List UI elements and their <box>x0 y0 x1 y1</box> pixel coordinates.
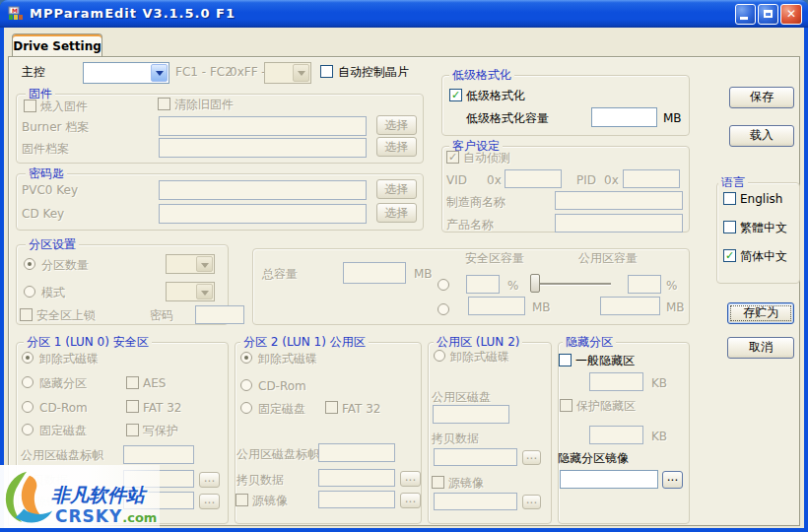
maximize-button[interactable] <box>758 4 778 25</box>
watermark-site-name: 非凡软件站 <box>51 483 145 508</box>
password-input[interactable] <box>195 305 244 324</box>
partition1-aes-checkbox[interactable] <box>126 376 139 389</box>
partition1-removable-radio[interactable] <box>22 352 34 364</box>
pvc0-key-label: PVC0 Key <box>22 183 78 197</box>
capacity-slider-track[interactable] <box>538 283 611 285</box>
auto-detect-checkbox[interactable] <box>446 151 459 164</box>
public-mb-input[interactable] <box>600 297 660 315</box>
pid-hex-label: 0x <box>604 173 619 187</box>
vendor-input[interactable] <box>555 191 683 210</box>
partition2-cdrom-radio[interactable] <box>240 379 252 391</box>
vid-label: VID <box>446 173 467 187</box>
language-traditional-label: 繁體中文 <box>740 221 787 234</box>
low-format-capacity-input[interactable] <box>591 107 657 127</box>
partition1-copy-data-browse-button[interactable]: ... <box>199 472 220 488</box>
protected-hidden-checkbox[interactable] <box>560 399 572 412</box>
secure-lock-checkbox[interactable] <box>20 308 33 321</box>
clear-old-firmware-checkbox[interactable] <box>158 98 170 110</box>
partition2-disk-label-input[interactable] <box>318 443 395 462</box>
language-simplified-checkbox[interactable] <box>723 249 736 262</box>
language-traditional-checkbox[interactable] <box>723 221 736 233</box>
partition2-fat32-checkbox[interactable] <box>325 401 338 414</box>
general-hidden-checkbox[interactable] <box>559 354 572 366</box>
public-percent-input[interactable] <box>628 275 661 294</box>
partition1-write-protect-checkbox[interactable] <box>126 424 139 436</box>
low-format-checkbox[interactable] <box>449 89 462 101</box>
mode-radio[interactable] <box>24 286 35 298</box>
secure-percent-input[interactable] <box>466 275 500 294</box>
protected-hidden-size-input[interactable] <box>589 426 643 444</box>
crsky-logo-icon <box>0 467 57 526</box>
auto-chip-checkbox[interactable] <box>320 65 333 78</box>
cd-key-input[interactable] <box>159 204 367 224</box>
partition-settings-title: 分区设置 <box>26 237 79 251</box>
partition2-removable-radio[interactable] <box>240 352 252 364</box>
cd-key-browse-button[interactable]: 选择 <box>376 203 417 223</box>
partition2-copy-data-input[interactable] <box>318 469 395 487</box>
general-hidden-size-input[interactable] <box>589 372 643 391</box>
mb-mode-radio[interactable] <box>438 303 449 315</box>
save-button[interactable]: 保存 <box>729 87 794 108</box>
partition2-fixed-radio[interactable] <box>240 402 252 414</box>
load-button[interactable]: 载入 <box>729 125 794 147</box>
tab-drive-setting[interactable]: Drive Setting <box>12 33 102 57</box>
lun2-disk-input[interactable] <box>433 405 509 424</box>
partition2-source-image-input[interactable] <box>318 491 395 508</box>
secure-mb-input[interactable] <box>468 297 525 315</box>
total-capacity-input[interactable] <box>343 262 406 284</box>
partition-count-radio[interactable] <box>24 258 35 270</box>
keys-group-title: 密码匙 <box>26 166 67 180</box>
lun2-source-image-browse-button[interactable]: ... <box>522 495 541 509</box>
partition1-hidden-radio[interactable] <box>22 376 34 388</box>
lun2-source-image-checkbox[interactable] <box>432 476 444 489</box>
total-capacity-unit: MB <box>414 267 433 281</box>
partition1-disk-label-input[interactable] <box>123 445 194 464</box>
lun2-copy-data-browse-button[interactable]: ... <box>522 450 541 465</box>
crsky-watermark: 非凡软件站 CRSKY.com <box>0 465 160 528</box>
minimize-button[interactable] <box>735 4 756 25</box>
percent-mode-radio[interactable] <box>438 279 449 291</box>
close-button[interactable]: ✕ <box>780 4 802 25</box>
lun2-removable-label: 卸除式磁碟 <box>450 350 509 364</box>
master-controller-select[interactable] <box>83 62 169 84</box>
title-bar: M MPParamEdit V3.1.5.0 F1 ✕ <box>0 0 808 28</box>
vid-input[interactable] <box>505 169 562 188</box>
hidden-image-input[interactable] <box>560 470 658 489</box>
language-simplified-label: 简体中文 <box>740 249 787 263</box>
partition2-copy-data-browse-button[interactable]: ... <box>400 471 421 487</box>
partition2-source-image-checkbox[interactable] <box>236 494 248 506</box>
lun2-source-image-input[interactable] <box>434 493 517 510</box>
partition2-removable-label: 卸除式磁碟 <box>258 352 317 366</box>
cd-key-label: CD Key <box>22 207 64 221</box>
firmware-file-browse-button[interactable]: 选择 <box>376 137 417 157</box>
save-as-button[interactable]: 存贮为 <box>727 302 794 324</box>
chevron-down-icon <box>196 284 213 299</box>
lun2-title: 公用区 (LUN 2) <box>434 335 522 349</box>
lun2-copy-data-input[interactable] <box>434 448 517 466</box>
fc-range-label: FC1 - FC2 <box>175 65 233 79</box>
cancel-button[interactable]: 取消 <box>727 337 794 359</box>
partition-count-label: 分区数量 <box>41 258 89 272</box>
partition1-fat32-checkbox[interactable] <box>126 400 139 413</box>
pvc0-key-browse-button[interactable]: 选择 <box>376 179 417 199</box>
pvc0-key-input[interactable] <box>159 180 367 200</box>
burn-firmware-label: 燒入固件 <box>40 100 88 113</box>
partition1-cdrom-radio[interactable] <box>22 401 34 413</box>
vendor-label: 制造商名称 <box>446 195 505 209</box>
partition1-fixed-radio[interactable] <box>22 424 34 435</box>
capacity-slider-thumb[interactable] <box>530 274 540 293</box>
partition2-source-image-browse-button[interactable]: ... <box>400 493 421 508</box>
language-english-checkbox[interactable] <box>723 192 736 205</box>
lun2-removable-radio[interactable] <box>434 350 445 362</box>
firmware-file-input[interactable] <box>159 138 367 158</box>
burner-file-input[interactable] <box>159 116 367 136</box>
partition1-source-image-browse-button[interactable]: ... <box>199 494 220 509</box>
hidden-image-browse-button[interactable]: ... <box>662 471 683 489</box>
product-input[interactable] <box>555 214 683 233</box>
burn-firmware-checkbox[interactable] <box>24 100 36 112</box>
partition-count-select <box>166 254 215 274</box>
partition1-disk-label: 公用区磁盘标帜 <box>21 448 103 462</box>
pid-label: PID <box>576 173 596 187</box>
pid-input[interactable] <box>623 169 680 188</box>
burner-file-browse-button[interactable]: 选择 <box>376 115 417 135</box>
